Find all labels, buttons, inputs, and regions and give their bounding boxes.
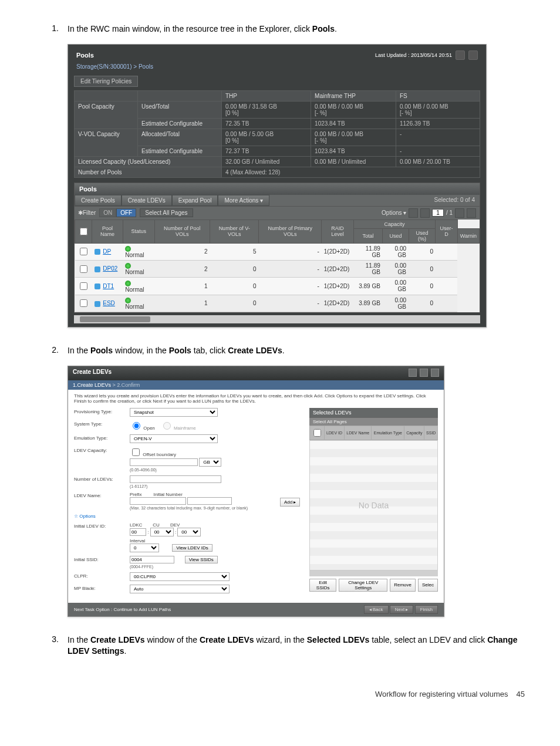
help-icon[interactable] <box>468 50 478 60</box>
page-number: 45 <box>517 690 525 698</box>
emu-select[interactable]: OPEN-V <box>130 434 218 443</box>
expand-pool-button[interactable]: Expand Pool <box>172 195 218 206</box>
step-number: 1. <box>35 23 68 33</box>
clpr-label: CLPR: <box>74 572 130 579</box>
back-button[interactable]: ◂ Back <box>364 605 389 614</box>
view-ldev-ids-button[interactable]: View LDEV IDs <box>172 544 212 552</box>
ldkc-input[interactable] <box>130 528 146 536</box>
clpr-select[interactable]: 00:CLPR0 <box>130 572 230 581</box>
status-icon <box>125 298 131 303</box>
summary-table: THP Mainframe THP FS Pool Capacity Used/… <box>74 90 480 178</box>
edit-ssids-button[interactable]: Edit SSIDs <box>309 579 336 592</box>
ssid-input[interactable] <box>130 556 174 563</box>
table-row[interactable]: DPNormal25-1(2D+2D)11.89 GB0.00 GB0 <box>75 243 480 260</box>
status-icon <box>125 263 131 269</box>
header-checkbox[interactable] <box>80 228 87 235</box>
sel-header-checkbox[interactable] <box>313 429 321 437</box>
more-actions-button[interactable]: More Actions ▾ <box>218 195 269 206</box>
selected-count: Selected: 0 of 4 <box>430 195 480 206</box>
filter-label: ✱Filter <box>78 210 96 216</box>
select-all-pages[interactable]: Select All Pages <box>309 417 438 426</box>
wizard-description: This wizard lets you create and provisio… <box>68 390 444 408</box>
select-all-pages[interactable]: Select All Pages <box>140 208 193 217</box>
offset-checkbox[interactable] <box>132 448 140 456</box>
name-label: LDEV Name: <box>74 492 130 498</box>
options-dropdown[interactable]: Options ▾ <box>382 210 406 216</box>
view-ssids-button[interactable]: View SSIDs <box>185 556 218 563</box>
maximize-icon[interactable] <box>420 369 428 377</box>
pool-icon <box>95 301 100 307</box>
cap-unit-select[interactable]: GB <box>199 458 221 467</box>
num-input[interactable] <box>130 475 221 483</box>
window-title: Pools <box>76 52 94 59</box>
add-button[interactable]: Add ▸ <box>280 498 300 507</box>
ssid-label: Initial SSID: <box>74 556 130 562</box>
interval-select[interactable]: 0 <box>130 544 159 552</box>
change-ldev-settings-button[interactable]: Change LDEV Settings <box>339 579 387 592</box>
blade-label: MP Blade: <box>74 585 130 591</box>
row-checkbox[interactable] <box>80 265 87 273</box>
page-total: / 1 <box>446 210 453 216</box>
step-text: In the Create LDEVs window of the Create… <box>68 634 525 657</box>
col-thp: THP <box>222 90 311 101</box>
pool-icon <box>95 249 100 255</box>
sys-open-radio[interactable] <box>133 422 140 430</box>
emu-label: Emulation Type: <box>74 434 130 441</box>
sel-scrollbar[interactable] <box>309 571 438 576</box>
horizontal-scrollbar[interactable] <box>74 315 480 323</box>
no-data-placeholder: No Data <box>309 440 438 571</box>
pools-data-table: Pool Name Status Number of Pool VOLs Num… <box>75 220 480 312</box>
table-row[interactable]: DT1Normal10-1(2D+2D)3.89 GB0.00 GB0 <box>75 278 480 295</box>
pool-link[interactable]: ESD <box>103 300 115 306</box>
wizard-step-active: 1.Create LDEVs <box>73 382 111 388</box>
col-fs: FS <box>396 90 480 101</box>
page-prev-icon[interactable] <box>420 208 430 218</box>
pool-icon <box>95 283 100 289</box>
page-last-icon[interactable] <box>467 208 476 218</box>
dev-select[interactable]: 00 <box>177 528 201 536</box>
next-button[interactable]: Next ▸ <box>390 605 414 614</box>
row-checkbox[interactable] <box>80 299 87 307</box>
prefix-input[interactable] <box>130 497 186 505</box>
create-ldevs-window: Create LDEVs 1.Create LDEVs > 2.Confirm … <box>68 366 444 617</box>
edit-tiering-button[interactable]: Edit Tiering Policies <box>74 76 138 87</box>
next-task-option: Next Task Option : Continue to Add LUN P… <box>74 607 171 612</box>
pool-link[interactable]: DP02 <box>103 265 117 272</box>
window-title: Create LDEVs <box>73 369 112 378</box>
select-button[interactable]: Selec <box>418 579 438 592</box>
step-text: In the RWC main window, in the resource … <box>68 23 525 35</box>
footer-text: Workflow for registering virtual volumes <box>375 690 508 698</box>
prov-type-select[interactable]: Snapshot <box>130 408 218 417</box>
page-next-icon[interactable] <box>455 208 464 218</box>
status-icon <box>125 246 131 252</box>
minimize-icon[interactable] <box>409 369 417 377</box>
filter-off[interactable]: OFF <box>116 208 136 217</box>
cu-select[interactable]: 00 <box>150 528 174 536</box>
create-pools-button[interactable]: Create Pools <box>75 195 122 206</box>
remove-button[interactable]: Remove <box>390 579 416 592</box>
row-checkbox[interactable] <box>80 248 87 255</box>
pools-sub-header: Pools <box>75 183 480 195</box>
pool-link[interactable]: DP <box>103 248 111 255</box>
options-toggle[interactable]: ☆ Options <box>74 514 96 519</box>
table-row[interactable]: DP02Normal20-1(2D+2D)11.89 GB0.00 GB0 <box>75 260 480 277</box>
finish-button[interactable]: Finish <box>415 605 438 614</box>
blade-select[interactable]: Auto <box>130 585 230 593</box>
cap-label: LDEV Capacity: <box>74 447 130 453</box>
breadcrumb[interactable]: Storage(S/N:300001) > Pools <box>72 62 483 73</box>
cap-input[interactable] <box>130 458 198 466</box>
init-id-label: Initial LDEV ID: <box>74 522 130 529</box>
page-current[interactable]: 1 <box>432 209 444 217</box>
table-row[interactable]: ESDNormal10-1(2D+2D)3.89 GB0.00 GB0 <box>75 295 480 312</box>
filter-on[interactable]: ON <box>99 208 116 217</box>
create-ldevs-button[interactable]: Create LDEVs <box>122 195 172 206</box>
close-icon[interactable] <box>431 369 439 377</box>
page-first-icon[interactable] <box>409 208 418 218</box>
initial-input[interactable] <box>187 497 232 505</box>
step-text: In the Pools window, in the Pools tab, c… <box>68 345 525 357</box>
sys-mf-radio[interactable] <box>163 422 171 430</box>
pool-link[interactable]: DT1 <box>103 283 114 289</box>
prov-type-label: Provisioning Type: <box>74 408 130 414</box>
refresh-icon[interactable] <box>456 50 465 60</box>
row-checkbox[interactable] <box>80 282 87 290</box>
